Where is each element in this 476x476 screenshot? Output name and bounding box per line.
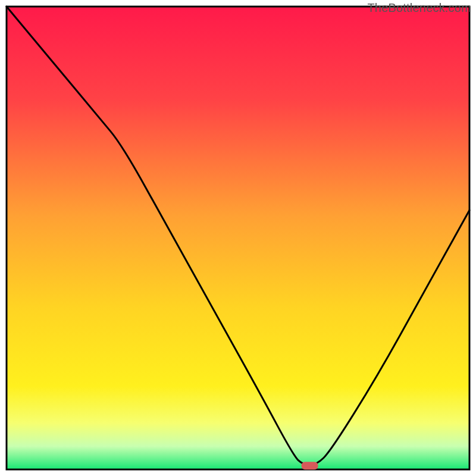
gradient-background [7, 7, 469, 469]
optimal-marker [302, 462, 318, 469]
watermark-text: TheBottleneck.com [367, 1, 471, 15]
bottleneck-chart: TheBottleneck.com [0, 0, 476, 476]
chart-canvas [0, 0, 476, 476]
